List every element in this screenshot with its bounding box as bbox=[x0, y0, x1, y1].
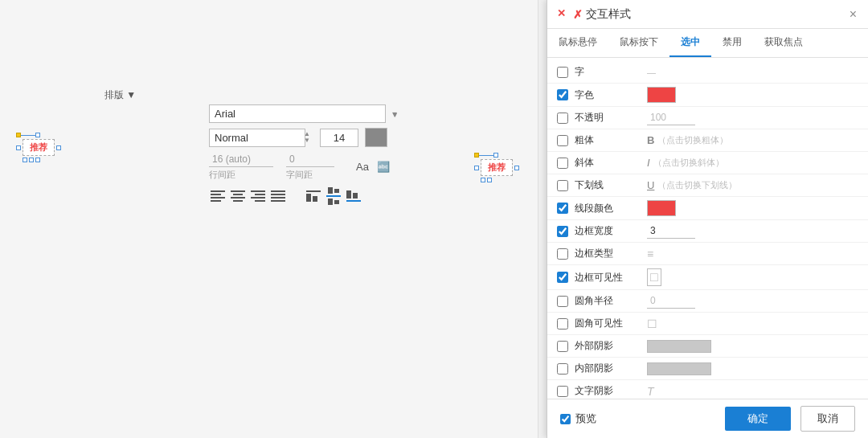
prop-bordervisibility-value: □ bbox=[647, 268, 858, 286]
prop-borderwidth-input[interactable] bbox=[647, 223, 695, 239]
prop-innershadow-value bbox=[647, 362, 858, 375]
prop-cornervisibility-value: ☐ bbox=[647, 317, 858, 330]
r-bottom-handle-left bbox=[481, 178, 485, 182]
format-aa-button[interactable]: Aa bbox=[354, 159, 371, 174]
preview-checkbox[interactable] bbox=[560, 414, 571, 424]
tab-disabled[interactable]: 禁用 bbox=[711, 29, 753, 57]
dialog-logo-icon: ✕ bbox=[557, 7, 568, 21]
line-color-swatch[interactable] bbox=[647, 200, 676, 216]
letter-spacing-item: 字间距 bbox=[286, 152, 334, 181]
font-color-swatch[interactable] bbox=[365, 128, 387, 147]
prop-font-checkbox[interactable] bbox=[557, 67, 568, 78]
confirm-button[interactable]: 确定 bbox=[725, 407, 791, 431]
prop-row-font: 字 — bbox=[547, 61, 868, 84]
prop-outershadow-value bbox=[647, 340, 858, 353]
font-size-input[interactable]: 14 bbox=[320, 129, 358, 147]
line-height-label: 行间距 bbox=[209, 169, 235, 181]
prop-row-opacity: 不透明 bbox=[547, 107, 868, 129]
justify-button[interactable] bbox=[269, 189, 287, 203]
left-node-bottom-row bbox=[16, 158, 61, 162]
prop-cornervisibility-checkbox[interactable] bbox=[557, 318, 568, 330]
font-style-input[interactable]: Normal bbox=[209, 129, 305, 147]
font-color-swatch-dialog[interactable] bbox=[647, 87, 676, 103]
panel-section-label: 排版 ▼ bbox=[104, 88, 136, 102]
r-connector-line bbox=[479, 155, 493, 156]
align-left-button[interactable] bbox=[209, 189, 227, 203]
prop-bordertype-value: ≡ bbox=[647, 248, 858, 260]
prop-textshadow-label: 文字阴影 bbox=[575, 384, 647, 398]
left-handle bbox=[16, 145, 21, 150]
prop-fontcolor-label: 字色 bbox=[575, 88, 647, 102]
connector-line bbox=[21, 135, 35, 136]
valign-bottom-button[interactable] bbox=[345, 189, 362, 203]
dialog-titlebar: ✕ ✗ 交互样式 × bbox=[547, 0, 868, 29]
prop-innershadow-checkbox[interactable] bbox=[557, 363, 568, 375]
prop-bordervisibility-label: 边框可见性 bbox=[575, 271, 647, 284]
letter-spacing-input[interactable] bbox=[286, 152, 334, 167]
prop-opacity-input[interactable] bbox=[647, 110, 695, 125]
prop-underline-text: （点击切换下划线） bbox=[657, 179, 737, 191]
line-height-input[interactable] bbox=[209, 152, 273, 167]
align-right-button[interactable] bbox=[249, 189, 267, 203]
prop-font-label: 字 bbox=[575, 65, 647, 79]
prop-row-bordertype: 边框类型 ≡ bbox=[547, 243, 868, 265]
format-special-button[interactable]: 🔤 bbox=[375, 159, 392, 174]
r-bottom-handle-center bbox=[487, 178, 492, 182]
prop-row-innershadow: 内部阴影 bbox=[547, 358, 868, 380]
prop-linecolor-checkbox[interactable] bbox=[557, 203, 568, 214]
prop-outershadow-checkbox[interactable] bbox=[557, 341, 568, 352]
font-family-input[interactable]: Arial bbox=[209, 104, 386, 123]
prop-radius-input[interactable] bbox=[647, 293, 695, 309]
underline-u-icon: U bbox=[647, 179, 654, 191]
prop-bold-text: （点击切换粗体） bbox=[657, 134, 728, 146]
tab-mouse-down[interactable]: 鼠标按下 bbox=[608, 29, 669, 57]
dialog-close-button[interactable]: × bbox=[848, 7, 858, 22]
prop-row-linecolor: 线段颜色 bbox=[547, 197, 868, 220]
bottom-handle-left bbox=[23, 158, 27, 162]
prop-italic-text: （点击切换斜体） bbox=[653, 157, 724, 169]
prop-font-dash: — bbox=[647, 68, 656, 77]
prop-underline-checkbox[interactable] bbox=[557, 180, 568, 191]
line-height-item: 行间距 bbox=[209, 152, 273, 181]
prop-bordervisibility-checkbox[interactable] bbox=[557, 272, 568, 283]
inner-shadow-swatch[interactable] bbox=[647, 362, 711, 375]
prop-bordertype-checkbox[interactable] bbox=[557, 248, 568, 260]
valign-middle-button[interactable] bbox=[325, 186, 342, 207]
tab-selected[interactable]: 选中 bbox=[669, 29, 711, 57]
left-node-top-row bbox=[16, 133, 61, 137]
interaction-dialog: ✕ ✗ 交互样式 × 鼠标悬停 鼠标按下 选中 禁用 获取焦点 字 — 字色 bbox=[547, 0, 868, 438]
arrow-down-icon: ▼ bbox=[304, 137, 310, 144]
svg-text:✕: ✕ bbox=[557, 7, 566, 18]
prop-fontcolor-checkbox[interactable] bbox=[557, 89, 568, 100]
prop-italic-checkbox[interactable] bbox=[557, 158, 568, 169]
prop-bold-value: B （点击切换粗体） bbox=[647, 134, 858, 146]
bottom-handle-right bbox=[35, 158, 40, 162]
bottom-handle-center bbox=[29, 158, 34, 162]
font-style-arrows[interactable]: ▲ ▼ bbox=[304, 131, 310, 144]
cancel-button[interactable]: 取消 bbox=[800, 406, 855, 432]
right-node-top-row bbox=[474, 153, 519, 158]
align-center-button[interactable] bbox=[229, 189, 247, 203]
prop-row-fontcolor: 字色 bbox=[547, 84, 868, 107]
outer-shadow-swatch[interactable] bbox=[647, 340, 711, 353]
prop-opacity-checkbox[interactable] bbox=[557, 113, 568, 124]
preview-label: 预览 bbox=[575, 411, 596, 426]
prop-row-bold: 粗体 B （点击切换粗体） bbox=[547, 129, 868, 152]
prop-bold-label: 粗体 bbox=[575, 133, 647, 147]
font-family-dropdown-icon: ▾ bbox=[393, 109, 397, 118]
prop-borderwidth-checkbox[interactable] bbox=[557, 226, 568, 237]
tab-focus[interactable]: 获取焦点 bbox=[753, 29, 814, 57]
letter-spacing-label: 字间距 bbox=[286, 169, 313, 181]
prop-cornervisibility-label: 圆角可见性 bbox=[575, 317, 647, 330]
prop-linecolor-label: 线段颜色 bbox=[575, 202, 647, 215]
r-right-handle bbox=[514, 166, 519, 170]
prop-bold-checkbox[interactable] bbox=[557, 135, 568, 146]
right-node-middle-row: 推荐 bbox=[474, 159, 519, 176]
prop-textshadow-checkbox[interactable] bbox=[557, 386, 568, 397]
align-row bbox=[209, 186, 522, 207]
prop-borderwidth-value bbox=[647, 223, 858, 239]
prop-radius-checkbox[interactable] bbox=[557, 296, 568, 307]
valign-top-button[interactable] bbox=[305, 189, 322, 203]
prop-textshadow-value: T bbox=[647, 385, 858, 398]
tab-mouse-hover[interactable]: 鼠标悬停 bbox=[547, 29, 608, 57]
